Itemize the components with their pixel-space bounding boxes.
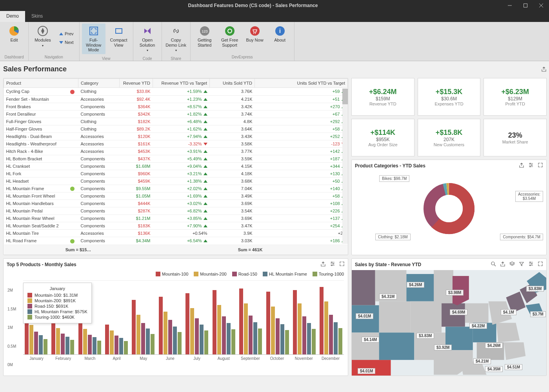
- modules-button[interactable]: Modules▾: [31, 24, 55, 53]
- legend-item[interactable]: Touring-1000: [313, 272, 344, 276]
- legend-item[interactable]: Mountain-200: [194, 272, 226, 276]
- tab-demo[interactable]: Demo: [0, 11, 25, 22]
- bar[interactable]: [258, 328, 262, 354]
- getstarted-button[interactable]: 123 Getting Started: [193, 24, 216, 53]
- bar[interactable]: [70, 340, 74, 354]
- kpi-card[interactable]: 23%Market Share: [484, 119, 547, 156]
- bar[interactable]: [249, 316, 253, 354]
- maximize-icon[interactable]: [339, 261, 345, 268]
- bar[interactable]: [65, 337, 69, 354]
- bar[interactable]: [320, 287, 324, 354]
- params-icon[interactable]: [528, 261, 534, 268]
- bar[interactable]: [200, 325, 204, 354]
- table-row[interactable]: Headlights - Dual-BeamAccessories$120K+7…: [4, 132, 348, 140]
- bar[interactable]: [195, 318, 199, 355]
- legend-item[interactable]: Mountain-100: [156, 272, 188, 276]
- bar[interactable]: [115, 336, 118, 354]
- bar[interactable]: [307, 323, 311, 354]
- bar[interactable]: [185, 293, 189, 354]
- bar[interactable]: [56, 328, 60, 354]
- prev-button[interactable]: Prev: [58, 31, 75, 37]
- freesupport-button[interactable]: Get Free Support: [218, 24, 242, 53]
- kpi-card[interactable]: +$15.3K$30.6MExpenses YTD: [418, 78, 481, 116]
- table-row[interactable]: HL ForkComponents$960K+3.21%4.18K+130: [4, 170, 348, 177]
- bar[interactable]: [151, 334, 155, 354]
- bar[interactable]: [88, 335, 92, 354]
- table-row[interactable]: HL Road FrameComponents$4.34M+6.54%3.03K…: [4, 237, 348, 245]
- bar[interactable]: [334, 322, 338, 354]
- bar[interactable]: [124, 341, 128, 354]
- bar[interactable]: [173, 327, 177, 354]
- bar[interactable]: [168, 320, 172, 354]
- copylink-button[interactable]: Copy Demo Link▾: [164, 24, 188, 54]
- bar[interactable]: [61, 334, 65, 354]
- bar[interactable]: [39, 335, 43, 354]
- about-button[interactable]: i About: [268, 24, 292, 53]
- bar[interactable]: [164, 312, 167, 354]
- buynow-button[interactable]: Buy Now: [243, 24, 267, 53]
- bar[interactable]: [141, 323, 145, 354]
- table-row[interactable]: Half-Finger GlovesClothing$89.2K+1.62%3.…: [4, 125, 348, 132]
- bar[interactable]: [244, 303, 248, 354]
- bar[interactable]: [34, 332, 38, 354]
- bar[interactable]: [178, 332, 182, 354]
- params-icon[interactable]: [330, 261, 335, 268]
- bar[interactable]: [213, 290, 216, 354]
- table-row[interactable]: Hitch Rack - 4-BikeAccessories$453K+3.91…: [4, 147, 348, 155]
- table-row[interactable]: HL Mountain Front WheelComponents$1.05M+…: [4, 192, 348, 200]
- layers-icon[interactable]: [509, 261, 515, 268]
- legend-item[interactable]: HL Mountain Frame: [263, 272, 307, 276]
- bar[interactable]: [222, 316, 226, 354]
- export-icon[interactable]: [541, 66, 547, 73]
- bar[interactable]: [266, 292, 270, 354]
- donut-chart[interactable]: Bikes: $98.7M Components: $54.7M Clothin…: [352, 171, 546, 246]
- table-row[interactable]: Fender Set - MountainAccessories$92.4K+1…: [4, 95, 348, 103]
- table-row[interactable]: HL Mountain TireAccessories$136K+0.54%3.…: [4, 230, 348, 237]
- bar[interactable]: [83, 329, 87, 354]
- table-row[interactable]: HL Mountain Seat/Saddle 2Components$183K…: [4, 222, 348, 230]
- kpi-card[interactable]: +$114K$955KAvg Order Size: [351, 119, 414, 156]
- bar[interactable]: [285, 330, 289, 354]
- table-row[interactable]: Headlights - WeatherproofAccessories$161…: [4, 140, 348, 147]
- table-row[interactable]: Full-Finger GlovesClothing$182K+6.48%4.8…: [4, 118, 348, 125]
- bar[interactable]: [132, 300, 136, 354]
- table-row[interactable]: HL Mountain HandlebarsComponents$444K+3.…: [4, 200, 348, 207]
- bar[interactable]: [298, 303, 302, 354]
- bar[interactable]: [239, 289, 243, 354]
- kpi-card[interactable]: +$6.23M$129MProfit YTD: [484, 78, 547, 116]
- bar-chart[interactable]: 2M1.5M1M0.5M0M JanuaryFebruaryMarchApril…: [4, 278, 348, 376]
- kpi-card[interactable]: +$6.24M$159MRevenue YTD: [351, 78, 414, 116]
- kpi-card[interactable]: +$15.8K207KNew Customers: [418, 119, 481, 156]
- close-button[interactable]: [533, 0, 549, 11]
- table-row[interactable]: HL Mountain PedalComponents$287K+6.82%3.…: [4, 207, 348, 215]
- bar[interactable]: [293, 290, 297, 354]
- bar[interactable]: [44, 339, 47, 354]
- next-button[interactable]: Next: [58, 39, 75, 45]
- minimize-button[interactable]: [502, 0, 518, 11]
- opensolution-button[interactable]: Open Solution▾: [136, 24, 159, 54]
- bar[interactable]: [159, 297, 163, 354]
- search-icon[interactable]: [491, 261, 496, 268]
- bar[interactable]: [324, 301, 328, 354]
- table-row[interactable]: Cycling CapClothing$33.8K+1.59%3.76K+59: [4, 88, 348, 96]
- bar[interactable]: [93, 337, 96, 354]
- bar[interactable]: [329, 315, 333, 354]
- edit-button[interactable]: Edit: [2, 24, 26, 53]
- bar[interactable]: [78, 323, 82, 354]
- bar[interactable]: [280, 324, 284, 354]
- bar[interactable]: [29, 325, 33, 354]
- bar[interactable]: [51, 321, 55, 354]
- fullwindow-button[interactable]: Full-Window Mode: [82, 24, 105, 54]
- filter-icon[interactable]: [519, 261, 524, 268]
- bar[interactable]: [136, 315, 140, 354]
- maximize-button[interactable]: [518, 0, 533, 11]
- table-row[interactable]: HL CranksetComponents$1.68M+9.04%4.15K+3…: [4, 162, 348, 170]
- scrollbar[interactable]: [342, 89, 348, 244]
- bar[interactable]: [276, 318, 280, 355]
- table-row[interactable]: HL HeadsetComponents$459K+1.38%3.68K+50: [4, 177, 348, 185]
- params-icon[interactable]: [528, 162, 534, 169]
- compact-button[interactable]: Compact View: [107, 24, 131, 54]
- bar[interactable]: [146, 328, 150, 354]
- bar[interactable]: [217, 305, 221, 354]
- bar[interactable]: [253, 322, 257, 354]
